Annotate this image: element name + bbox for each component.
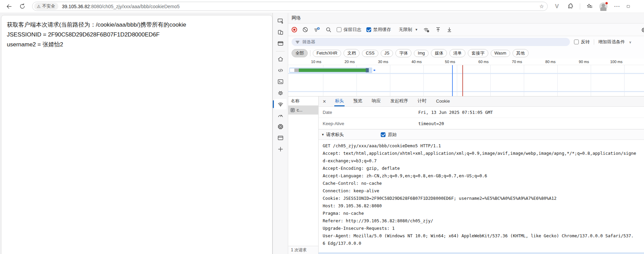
timeline-tick-label: 90 ms — [558, 59, 591, 65]
avatar-body — [600, 7, 606, 11]
preserve-log-checkbox[interactable] — [337, 27, 341, 32]
detail-tab[interactable]: 响应 — [371, 96, 381, 106]
filter-input[interactable] — [303, 40, 566, 44]
request-waterfall-bar[interactable] — [289, 68, 372, 73]
timeline-tick-label: 80 ms — [524, 59, 558, 65]
raw-header-line: Host: 39.105.36.82:8080 — [323, 202, 644, 210]
network-panel: 网络 保留日志 — [288, 13, 644, 254]
type-filter-pill[interactable]: 字体 — [395, 49, 411, 57]
memory-chip-icon[interactable] — [274, 121, 286, 132]
network-settings-gear-icon[interactable] — [641, 27, 644, 33]
more-tools-plus-icon[interactable] — [274, 144, 286, 154]
refresh-icon — [19, 3, 26, 10]
browser-window: ⚠ 不安全 39.105.36.82:8080/ch05_zjy/xxx/aaa… — [0, 0, 644, 254]
device-emulation-icon[interactable] — [274, 27, 286, 38]
detail-tab[interactable]: 预览 — [353, 96, 363, 106]
waterfall-queue-segment — [290, 69, 294, 72]
request-list-item[interactable]: c... — [288, 106, 318, 115]
type-filter-pill[interactable]: Fetch/XHR — [313, 50, 341, 57]
application-icon[interactable] — [274, 133, 286, 143]
invert-filter-toggle[interactable]: 反转 — [574, 39, 590, 45]
detail-tab[interactable]: 计时 — [417, 96, 427, 106]
header-value: Fri, 13 Jun 2025 07:51:05 GMT — [418, 110, 493, 115]
profile-avatar[interactable] — [599, 2, 607, 11]
request-count-label: 1 次请求 — [291, 247, 307, 253]
detail-tabs: 标头 预览 响应 发起程序 计时 Cookie — [330, 96, 454, 106]
devtools-panel: 网络 保留日志 — [272, 13, 644, 254]
request-list-name-header[interactable]: 名称 — [288, 96, 318, 106]
page-text-line: JSESSIONID = 2F90C58D29D628F6B07F1D2D800… — [7, 30, 267, 40]
waterfall-grid[interactable] — [288, 65, 644, 96]
raw-header-line: GET /ch05_zjy/xxx/aaa/bbb/cookieDemo5 HT… — [323, 142, 644, 150]
network-conditions-button[interactable] — [423, 27, 430, 33]
throttling-select[interactable]: 无限制 ▼ — [399, 27, 418, 33]
page-text-line: 获取客户端本次请求(当前路径为：/cookie/aaa/bbb/)携带所有的co… — [7, 20, 267, 30]
invert-checkbox[interactable] — [574, 40, 579, 44]
raw-header-line: Pragma: no-cache — [323, 210, 644, 217]
extensions-puzzle-icon[interactable] — [566, 3, 574, 10]
filter-input-wrap[interactable] — [292, 38, 570, 46]
timeline-tick-label: 100 ms — [591, 59, 625, 65]
close-icon[interactable]: × — [319, 96, 330, 106]
type-filter-pill[interactable]: Img — [414, 50, 429, 57]
debugger-bug-icon[interactable] — [274, 88, 286, 98]
address-bar[interactable]: ⚠ 不安全 39.105.36.82:8080/ch05_zjy/xxx/aaa… — [32, 2, 548, 11]
import-har-button[interactable] — [435, 27, 441, 33]
browser-menu-icon[interactable]: ⋯ — [613, 3, 621, 10]
sources-code-icon[interactable] — [274, 65, 286, 76]
filter-toggle-button[interactable] — [313, 27, 320, 33]
disable-cache-checkbox[interactable] — [366, 27, 371, 32]
scroll-hint-strip[interactable] — [319, 252, 644, 254]
clipped-edge-icon[interactable] — [627, 3, 630, 10]
raw-headers-toggle[interactable]: 原始 — [381, 132, 397, 138]
refresh-button[interactable] — [17, 1, 27, 12]
raw-header-line: Accept-Encoding: gzip, deflate — [323, 165, 644, 172]
network-tab-icon[interactable] — [274, 99, 286, 109]
more-filters-label: 增加筛选条件 — [598, 39, 625, 45]
vue-devtools-extension-icon[interactable]: V — [553, 3, 561, 10]
back-arrow-icon — [6, 3, 13, 10]
name-header-label: 名称 — [291, 98, 299, 104]
record-stop-button[interactable] — [292, 27, 297, 32]
favorites-hub-icon[interactable] — [586, 3, 593, 10]
row-stripe — [288, 73, 644, 74]
request-headers-section[interactable]: ▼ 请求标头 原始 — [319, 129, 644, 140]
type-filter-pill[interactable]: 文档 — [344, 49, 360, 57]
clear-button[interactable] — [302, 27, 308, 33]
home-icon[interactable] — [274, 54, 286, 64]
detail-tab[interactable]: 发起程序 — [390, 96, 409, 106]
preserve-log-toggle[interactable]: 保留日志 — [337, 27, 361, 33]
invert-label: 反转 — [581, 39, 590, 45]
back-button[interactable] — [4, 1, 14, 12]
detail-tab[interactable]: Cookie — [435, 96, 450, 106]
browser-action-icons: V ⋯ — [553, 2, 630, 11]
type-filter-pill[interactable]: Wasm — [491, 50, 510, 57]
type-filter-pill[interactable]: JS — [381, 50, 393, 57]
disable-cache-toggle[interactable]: 禁用缓存 — [366, 27, 391, 33]
caret-down-icon: ▼ — [321, 133, 324, 136]
favorite-star-icon[interactable]: ☆ — [538, 3, 545, 10]
security-badge[interactable]: ⚠ 不安全 — [34, 3, 58, 10]
type-filter-pill[interactable]: 媒体 — [431, 49, 447, 57]
more-filters-button[interactable]: 增加筛选条件 — [598, 39, 625, 45]
search-button[interactable] — [325, 27, 332, 33]
response-headers-kv: Date Fri, 13 Jun 2025 07:51:05 GMT Keep-… — [319, 107, 644, 129]
type-filter-pill[interactable]: 其他 — [513, 49, 529, 57]
network-toolbar: 保留日志 禁用缓存 无限制 ▼ — [288, 23, 644, 36]
inspect-icon[interactable] — [274, 16, 286, 26]
detail-tab[interactable]: 标头 — [334, 96, 345, 106]
raw-header-line: Accept: text/html,application/xhtml+xml,… — [323, 150, 644, 157]
type-filter-pill[interactable]: 全部 — [292, 49, 308, 57]
window-tool-icon[interactable] — [274, 38, 286, 49]
export-har-button[interactable] — [446, 27, 452, 33]
console-icon[interactable] — [274, 76, 286, 87]
type-filter-pill[interactable]: CSS — [362, 50, 378, 57]
throttling-value: 无限制 — [399, 27, 412, 33]
performance-gauge-icon[interactable] — [274, 110, 286, 121]
raw-header-line: d-exchange;v=b3;q=0.7 — [323, 157, 644, 165]
type-filter-pill[interactable]: 套接字 — [468, 49, 488, 57]
raw-header-line: Cookie: JSESSIONID=2F90C58D29D628F6B07F1… — [323, 195, 644, 202]
raw-checkbox[interactable] — [381, 132, 386, 137]
type-filter-pill[interactable]: 清单 — [449, 49, 465, 57]
pill-divider — [310, 50, 310, 56]
